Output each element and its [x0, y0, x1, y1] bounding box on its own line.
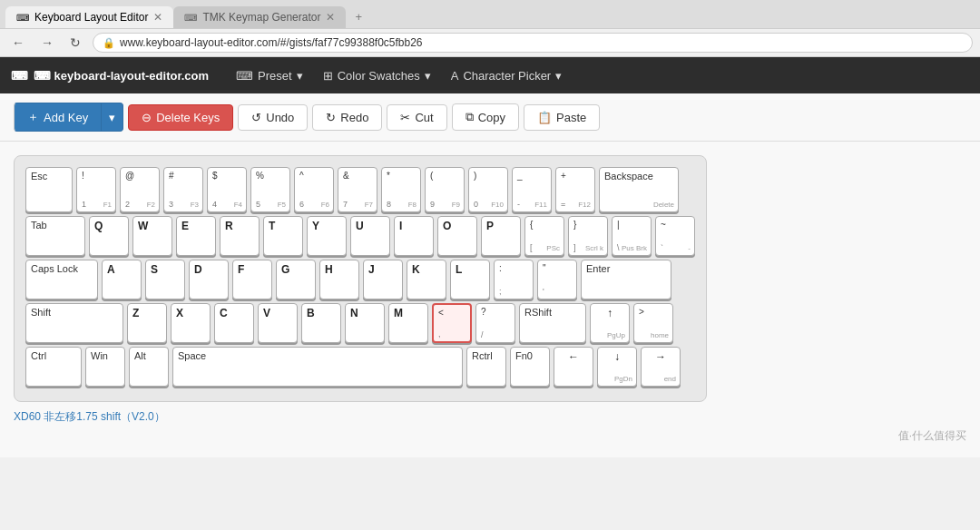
add-key-button[interactable]: ＋ Add Key [14, 103, 102, 132]
key-c[interactable]: C [214, 303, 254, 343]
key-p[interactable]: P [481, 216, 521, 256]
key-x[interactable]: X [171, 303, 211, 343]
key-1[interactable]: ! 1 F1 [76, 167, 116, 212]
paste-button[interactable]: 📋 Paste [524, 104, 600, 131]
key-right[interactable]: → end [641, 347, 681, 387]
cut-button[interactable]: ✂ Cut [387, 104, 446, 131]
key-end-right[interactable]: > home [633, 303, 673, 343]
delete-keys-button[interactable]: ⊖ Delete Keys [128, 104, 233, 131]
key-5[interactable]: % 5 F5 [250, 167, 290, 212]
key-6[interactable]: ^ 6 F6 [294, 167, 334, 212]
key-rctrl[interactable]: Rctrl [466, 347, 506, 387]
key-r[interactable]: R [220, 216, 260, 256]
cut-icon: ✂ [400, 111, 410, 124]
key-tilde-right[interactable]: ~ ` - [655, 216, 695, 256]
keyboard-area: Esc ! 1 F1 @ 2 F2 # 3 F3 $ 4 F4 [0, 142, 980, 457]
key-quote[interactable]: " ' [537, 260, 577, 299]
preset-label: Preset [258, 69, 292, 83]
key-z[interactable]: Z [127, 303, 167, 343]
key-minus[interactable]: _ - F11 [512, 167, 552, 212]
paste-icon: 📋 [537, 111, 552, 124]
key-t[interactable]: T [263, 216, 303, 256]
undo-button[interactable]: ↺ Undo [238, 104, 308, 131]
key-rshift[interactable]: RShift [519, 303, 586, 343]
key-equal[interactable]: + = F12 [555, 167, 595, 212]
character-picker-menu[interactable]: A Character Picker ▾ [442, 64, 571, 88]
key-a[interactable]: A [102, 260, 142, 299]
paste-label: Paste [556, 111, 586, 124]
key-s[interactable]: S [145, 260, 185, 299]
key-backspace[interactable]: Backspace Delete [599, 167, 679, 212]
new-tab-button[interactable]: + [346, 5, 371, 28]
color-swatches-menu[interactable]: ⊞ Color Swatches ▾ [314, 64, 440, 88]
key-h[interactable]: H [319, 260, 359, 299]
key-fn0[interactable]: Fn0 [510, 347, 550, 387]
key-i[interactable]: I [394, 216, 434, 256]
key-semicolon[interactable]: : ; [494, 260, 534, 299]
tab-close-2[interactable]: ✕ [326, 11, 335, 24]
reload-button[interactable]: ↻ [65, 34, 85, 52]
key-rbracket[interactable]: } ] Scrl k [568, 216, 608, 256]
key-w[interactable]: W [132, 216, 172, 256]
key-comma[interactable]: < , [432, 303, 472, 343]
key-left[interactable]: ← [554, 347, 593, 387]
watermark-text: 值·什么值得买 [898, 429, 966, 442]
key-y[interactable]: Y [307, 216, 347, 256]
key-lshift[interactable]: Shift [25, 303, 123, 343]
key-j[interactable]: J [363, 260, 403, 299]
key-g[interactable]: G [276, 260, 316, 299]
key-4[interactable]: $ 4 F4 [207, 167, 247, 212]
key-capslock[interactable]: Caps Lock [25, 260, 98, 299]
url-text: www.keyboard-layout-editor.com/#/gists/f… [120, 36, 423, 49]
key-8[interactable]: * 8 F8 [381, 167, 421, 212]
key-lctrl[interactable]: Ctrl [25, 347, 82, 387]
key-d[interactable]: D [189, 260, 229, 299]
key-9[interactable]: ( 9 F9 [425, 167, 465, 212]
key-n[interactable]: N [345, 303, 385, 343]
key-win[interactable]: Win [85, 347, 125, 387]
key-f[interactable]: F [232, 260, 272, 299]
forward-button[interactable]: → [36, 34, 58, 52]
cut-label: Cut [415, 111, 433, 124]
key-period[interactable]: ? / [475, 303, 515, 343]
tab-tmk[interactable]: ⌨ TMK Keymap Generator ✕ [173, 6, 346, 28]
key-tab[interactable]: Tab [25, 216, 85, 256]
key-b[interactable]: B [301, 303, 341, 343]
key-lbracket[interactable]: { [ PSc [524, 216, 564, 256]
preset-menu[interactable]: ⌨ Preset ▾ [227, 64, 312, 88]
key-up[interactable]: ↑ PgUp [590, 303, 630, 343]
key-space[interactable]: Space [172, 347, 463, 387]
color-swatches-label: Color Swatches [338, 69, 420, 83]
address-bar: ← → ↻ 🔒 www.keyboard-layout-editor.com/#… [0, 28, 980, 56]
redo-label: Redo [340, 111, 368, 124]
key-row-5: Ctrl Win Alt Space Rctrl Fn0 ← ↓ PgDn [25, 347, 695, 387]
key-alt[interactable]: Alt [129, 347, 169, 387]
key-esc[interactable]: Esc [25, 167, 73, 212]
secure-icon: 🔒 [103, 37, 115, 49]
key-m[interactable]: M [388, 303, 428, 343]
redo-button[interactable]: ↻ Redo [312, 104, 382, 131]
key-enter[interactable]: Enter [581, 260, 671, 299]
key-0[interactable]: ) 0 F10 [468, 167, 508, 212]
character-picker-label: Character Picker [463, 69, 551, 83]
key-l[interactable]: L [450, 260, 490, 299]
key-7[interactable]: & 7 F7 [338, 167, 377, 212]
tab-close-1[interactable]: ✕ [153, 11, 162, 24]
key-2[interactable]: @ 2 F2 [120, 167, 160, 212]
key-3[interactable]: # 3 F3 [163, 167, 203, 212]
tab-keyboard-layout[interactable]: ⌨ Keyboard Layout Editor ✕ [5, 6, 173, 28]
add-key-dropdown[interactable]: ▾ [102, 103, 123, 132]
key-v[interactable]: V [258, 303, 298, 343]
key-k[interactable]: K [407, 260, 446, 299]
url-bar[interactable]: 🔒 www.keyboard-layout-editor.com/#/gists… [93, 33, 973, 53]
key-e[interactable]: E [176, 216, 216, 256]
redo-icon: ↻ [326, 111, 336, 124]
key-backslash[interactable]: | \ Pus Brk [612, 216, 652, 256]
back-button[interactable]: ← [7, 34, 29, 52]
key-down[interactable]: ↓ PgDn [597, 347, 637, 387]
copy-button[interactable]: ⧉ Copy [452, 103, 519, 131]
key-q[interactable]: Q [89, 216, 129, 256]
app-logo: ⌨ ⌨ keyboard-layout-editor.com [11, 69, 209, 83]
key-o[interactable]: O [437, 216, 477, 256]
key-u[interactable]: U [350, 216, 390, 256]
